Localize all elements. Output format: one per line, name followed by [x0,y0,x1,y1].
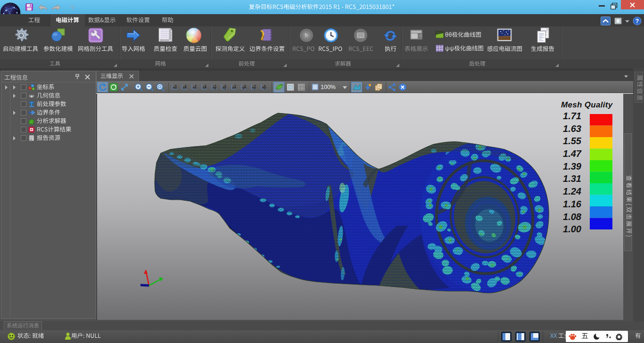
svg-text:?: ? [636,18,639,24]
